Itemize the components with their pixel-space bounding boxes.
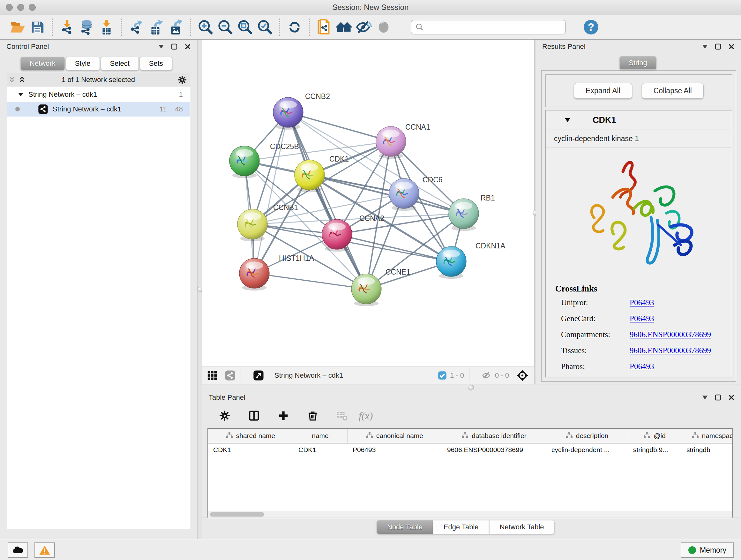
- float-panel-icon[interactable]: [715, 44, 721, 50]
- network-node-rb1[interactable]: [449, 199, 479, 231]
- crosslink-value-link[interactable]: 9606.ENSP00000378699: [630, 346, 711, 355]
- import-network-from-database-button[interactable]: [77, 17, 97, 37]
- column-header-description[interactable]: description: [546, 429, 628, 443]
- warning-status-button[interactable]: [35, 543, 55, 558]
- cloud-status-button[interactable]: [8, 543, 28, 558]
- horizontal-splitter[interactable]: [202, 384, 741, 391]
- import-network-from-file-button[interactable]: [57, 17, 77, 37]
- apply-preferred-layout-button[interactable]: [285, 17, 305, 37]
- zoom-out-button[interactable]: [215, 17, 235, 37]
- network-graph[interactable]: CCNB2CCNA1CDC25BCDK1CDC6RB1CCNB1CCNA2CDK…: [202, 40, 534, 367]
- entry-collapse-icon[interactable]: [565, 118, 570, 122]
- save-session-button[interactable]: [27, 17, 47, 37]
- tab-network[interactable]: Network: [20, 57, 65, 70]
- tab-string[interactable]: String: [619, 56, 656, 70]
- show-columns-icon[interactable]: [248, 410, 260, 422]
- float-panel-icon[interactable]: [171, 44, 178, 50]
- crosslink-label: Uniprot:: [561, 298, 630, 307]
- show-enhanced-graphics-button[interactable]: [374, 17, 394, 37]
- network-canvas[interactable]: CCNB2CCNA1CDC25BCDK1CDC6RB1CCNB1CCNA2CDK…: [202, 40, 535, 367]
- selected-checkbox-icon[interactable]: [438, 371, 447, 380]
- expand-all-button[interactable]: Expand All: [574, 83, 632, 99]
- column-header-name[interactable]: name: [293, 429, 347, 443]
- table-cell[interactable]: cyclin-dependent ...: [546, 443, 628, 457]
- float-panel-icon[interactable]: [715, 394, 721, 401]
- crosslink-value-link[interactable]: P06493: [630, 298, 654, 307]
- column-header--id[interactable]: @id: [628, 429, 681, 443]
- table-cell[interactable]: stringdb: [681, 443, 733, 457]
- network-node-cdk1[interactable]: [294, 160, 325, 192]
- zoom-selected-button[interactable]: [255, 17, 275, 37]
- crosslink-value-link[interactable]: 9606.ENSP00000378699: [630, 330, 711, 339]
- column-header-label: namespac: [702, 432, 733, 440]
- crosslink-value-link[interactable]: P06493: [630, 314, 654, 323]
- network-node-hist1h1a[interactable]: [239, 258, 269, 291]
- tab-sets[interactable]: Sets: [140, 57, 172, 70]
- network-node-ccna1[interactable]: [376, 126, 406, 159]
- tab-network-table[interactable]: Network Table: [489, 520, 555, 534]
- network-node-cdkn1a[interactable]: [436, 246, 466, 279]
- scrollbar-thumb[interactable]: [210, 512, 264, 516]
- delete-column-icon[interactable]: [307, 410, 319, 422]
- expand-all-icon[interactable]: [18, 76, 26, 84]
- table-cell[interactable]: 9606.ENSP00000378699: [442, 443, 546, 457]
- tab-edge-table[interactable]: Edge Table: [433, 520, 489, 534]
- add-column-icon[interactable]: [278, 410, 289, 422]
- table-row[interactable]: CDK1CDK1P064939606.ENSP00000378699cyclin…: [208, 443, 732, 457]
- network-options-gear-icon[interactable]: [178, 75, 187, 84]
- export-image-button[interactable]: [166, 17, 186, 37]
- panel-menu-icon[interactable]: [702, 45, 708, 49]
- string-protein-query-button[interactable]: [314, 17, 334, 37]
- network-row[interactable]: String Network – cdk1 11 48: [7, 102, 190, 117]
- control-panel-title: Control Panel: [6, 43, 49, 51]
- close-panel-icon[interactable]: [728, 394, 735, 401]
- collapse-all-icon[interactable]: [8, 76, 16, 84]
- memory-button[interactable]: Memory: [681, 543, 734, 558]
- open-session-button[interactable]: [8, 17, 27, 37]
- hide-enhanced-graphics-button[interactable]: [354, 17, 374, 37]
- network-node-cdc6[interactable]: [389, 179, 419, 211]
- first-neighbors-button[interactable]: [334, 17, 354, 37]
- table-options-gear-icon[interactable]: [219, 410, 230, 422]
- table-header-row[interactable]: shared namenamecanonical namedatabase id…: [208, 429, 732, 443]
- network-collection-row[interactable]: String Network – cdk1 1: [7, 87, 190, 102]
- grid-view-icon[interactable]: [207, 370, 218, 381]
- help-button[interactable]: ?: [581, 17, 601, 37]
- tab-select[interactable]: Select: [101, 57, 139, 70]
- table-cell[interactable]: P06493: [347, 443, 442, 457]
- collection-expander-icon[interactable]: [18, 93, 23, 97]
- splitter-handle[interactable]: [468, 385, 474, 390]
- protein-structure-image: [546, 148, 732, 282]
- horizontal-scrollbar[interactable]: [208, 511, 732, 517]
- tab-style[interactable]: Style: [66, 57, 100, 70]
- search-input[interactable]: [424, 23, 565, 32]
- table-cell[interactable]: CDK1: [208, 443, 293, 457]
- close-panel-icon[interactable]: [728, 44, 735, 50]
- birds-eye-icon[interactable]: [516, 369, 529, 382]
- export-table-button[interactable]: [146, 17, 166, 37]
- network-badge-gray-icon[interactable]: [225, 370, 235, 381]
- tab-node-table[interactable]: Node Table: [377, 520, 433, 534]
- network-node-ccnb1[interactable]: [238, 209, 267, 241]
- refresh-icon: [287, 20, 302, 35]
- zoom-in-button[interactable]: [196, 17, 215, 37]
- panel-menu-icon[interactable]: [158, 45, 164, 49]
- network-node-ccne1[interactable]: [351, 274, 381, 306]
- column-header-shared-name[interactable]: shared name: [208, 429, 293, 443]
- export-network-button[interactable]: [126, 17, 146, 37]
- table-cell[interactable]: CDK1: [293, 443, 347, 457]
- close-panel-icon[interactable]: [185, 44, 191, 50]
- crosslink-value-link[interactable]: P06493: [630, 362, 654, 371]
- network-node-cdc25b[interactable]: [229, 146, 259, 178]
- column-header-database-identifier[interactable]: database identifier: [442, 429, 546, 443]
- entry-header[interactable]: CDK1: [546, 111, 732, 130]
- column-header-canonical-name[interactable]: canonical name: [347, 429, 442, 443]
- import-table-from-file-button[interactable]: [97, 17, 117, 37]
- panel-menu-icon[interactable]: [702, 395, 708, 399]
- column-header-namespac[interactable]: namespac: [681, 429, 733, 443]
- table-cell[interactable]: stringdb:9...: [628, 443, 681, 457]
- crosslink-label: Compartments:: [561, 330, 630, 339]
- zoom-fit-button[interactable]: [235, 17, 255, 37]
- collapse-all-button[interactable]: Collapse All: [642, 83, 704, 99]
- detach-view-icon[interactable]: [253, 370, 264, 381]
